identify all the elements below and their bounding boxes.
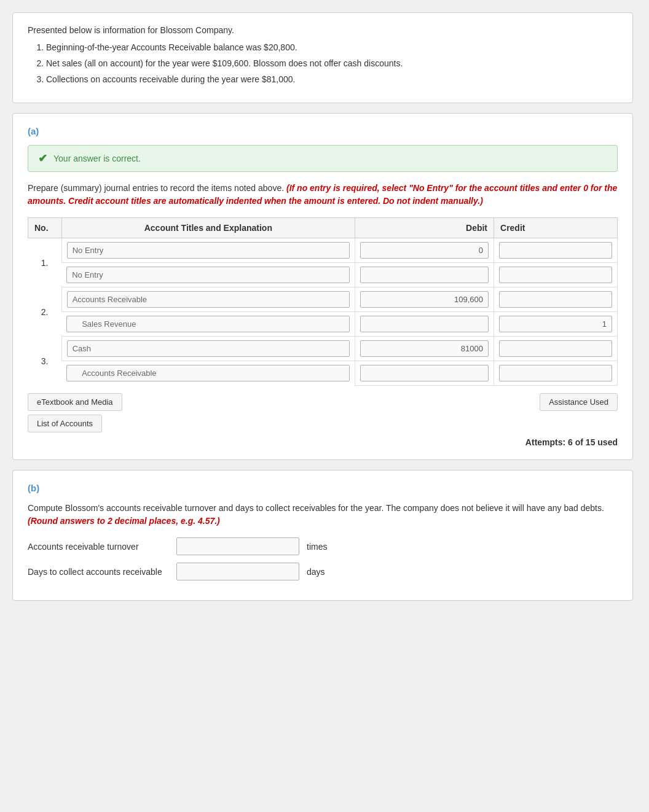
row-1-debit-1-input[interactable] <box>360 242 489 259</box>
row-1-credit-2[interactable] <box>494 263 618 287</box>
col-credit: Credit <box>494 218 618 238</box>
row-3-credit-1-input[interactable] <box>499 340 612 357</box>
table-row <box>28 263 618 287</box>
table-row: 3. <box>28 337 618 361</box>
row-2-credit-2[interactable] <box>494 312 618 337</box>
row-1-credit-1-input[interactable] <box>499 242 612 259</box>
table-row <box>28 312 618 337</box>
section-b-description: Compute Blossom's accounts receivable tu… <box>28 502 618 528</box>
intro-item-2: Net sales (all on account) for the year … <box>46 58 618 68</box>
footer-bar: eTextbook and Media Assistance Used <box>28 393 618 411</box>
row-3-credit-2-input[interactable] <box>499 365 612 381</box>
col-account: Account Titles and Explanation <box>61 218 355 238</box>
days-collect-row: Days to collect accounts receivable days <box>28 563 618 580</box>
row-2-credit-1[interactable] <box>494 287 618 312</box>
row-3-debit-2[interactable] <box>355 361 494 386</box>
row-2-credit-1-input[interactable] <box>499 291 612 308</box>
attempts-text: Attempts: 6 of 15 used <box>28 437 618 447</box>
row-1-account-2-input[interactable] <box>66 267 350 283</box>
ar-turnover-unit: times <box>307 542 327 552</box>
table-row: 2. <box>28 287 618 312</box>
col-debit: Debit <box>355 218 494 238</box>
row-1-account-1-input[interactable] <box>67 242 350 259</box>
list-accounts-button[interactable]: List of Accounts <box>28 415 102 432</box>
row-3-account-1[interactable] <box>61 337 355 361</box>
row-1-number: 1. <box>28 238 62 287</box>
days-collect-unit: days <box>307 567 325 577</box>
section-b-label: (b) <box>28 483 618 493</box>
days-collect-input[interactable] <box>176 563 299 580</box>
intro-card: Presented below is information for Bloss… <box>12 12 633 103</box>
instructions-plain: Prepare (summary) journal entries to rec… <box>28 183 284 193</box>
row-2-number: 2. <box>28 287 62 337</box>
days-collect-label: Days to collect accounts receivable <box>28 567 169 577</box>
row-3-account-1-input[interactable] <box>67 340 350 357</box>
intro-item-1: Beginning-of-the-year Accounts Receivabl… <box>46 42 618 52</box>
section-a-label: (a) <box>28 126 618 136</box>
row-2-account-1-input[interactable] <box>67 291 350 308</box>
row-3-number: 3. <box>28 337 62 386</box>
row-1-credit-1[interactable] <box>494 238 618 263</box>
row-2-account-2-input[interactable] <box>66 316 350 332</box>
row-1-debit-2-input[interactable] <box>360 267 489 283</box>
correct-banner: ✔ Your answer is correct. <box>28 145 618 172</box>
row-3-credit-1[interactable] <box>494 337 618 361</box>
row-3-debit-1-input[interactable] <box>360 340 489 357</box>
row-2-debit-1[interactable] <box>355 287 494 312</box>
ar-turnover-row: Accounts receivable turnover times <box>28 537 618 555</box>
section-a-card: (a) ✔ Your answer is correct. Prepare (s… <box>12 113 633 460</box>
intro-item-3: Collections on accounts receivable durin… <box>46 74 618 84</box>
table-row: 1. <box>28 238 618 263</box>
intro-list: Beginning-of-the-year Accounts Receivabl… <box>28 42 618 84</box>
row-3-debit-1[interactable] <box>355 337 494 361</box>
table-row <box>28 361 618 386</box>
row-2-debit-1-input[interactable] <box>360 291 489 308</box>
row-1-debit-2[interactable] <box>355 263 494 287</box>
row-2-account-1[interactable] <box>61 287 355 312</box>
row-2-debit-2[interactable] <box>355 312 494 337</box>
section-b-plain: Compute Blossom's accounts receivable tu… <box>28 503 604 513</box>
row-3-credit-2[interactable] <box>494 361 618 386</box>
row-3-debit-2-input[interactable] <box>360 365 489 381</box>
col-no: No. <box>28 218 62 238</box>
intro-text: Presented below is information for Bloss… <box>28 25 618 35</box>
check-icon: ✔ <box>38 152 47 165</box>
section-b-italic: (Round answers to 2 decimal places, e.g.… <box>28 516 220 526</box>
row-2-credit-2-input[interactable] <box>499 316 612 332</box>
row-1-account-2[interactable] <box>61 263 355 287</box>
row-1-account-1[interactable] <box>61 238 355 263</box>
row-1-credit-2-input[interactable] <box>499 267 612 283</box>
row-3-account-2-input[interactable] <box>66 365 350 381</box>
ar-turnover-input[interactable] <box>176 537 299 555</box>
row-2-account-2[interactable] <box>61 312 355 337</box>
journal-table: No. Account Titles and Explanation Debit… <box>28 217 618 386</box>
row-2-debit-2-input[interactable] <box>360 316 489 332</box>
instructions: Prepare (summary) journal entries to rec… <box>28 182 618 208</box>
row-3-account-2[interactable] <box>61 361 355 386</box>
correct-text: Your answer is correct. <box>53 154 141 163</box>
assistance-used-button[interactable]: Assistance Used <box>540 393 618 411</box>
ar-turnover-label: Accounts receivable turnover <box>28 542 169 552</box>
section-b-card: (b) Compute Blossom's accounts receivabl… <box>12 470 633 601</box>
etextbook-button[interactable]: eTextbook and Media <box>28 393 122 411</box>
row-1-debit-1[interactable] <box>355 238 494 263</box>
